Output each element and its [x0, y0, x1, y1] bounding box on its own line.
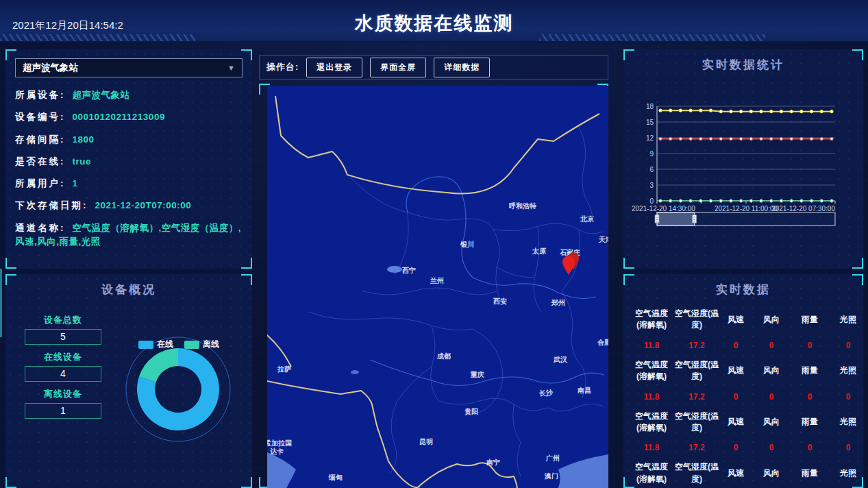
device-field-row: 通道名称:空气温度（溶解氧）,空气湿度（温度）,风速,风向,雨量,光照	[15, 221, 244, 249]
series-point	[679, 137, 682, 140]
series-point	[780, 137, 782, 140]
device-select[interactable]: 超声波气象站 ▼	[15, 58, 243, 77]
series-point	[830, 137, 833, 140]
y-tick-label: 15	[646, 119, 654, 126]
series-point	[730, 110, 732, 112]
series-point	[800, 137, 803, 140]
cell-value: 0	[734, 443, 739, 452]
column-header: 风向	[763, 365, 780, 376]
device-field-row: 设备编号:00010120211213009	[15, 110, 244, 124]
stats-panel-title: 实时数据统计	[623, 49, 863, 73]
cell-value: 11.8	[644, 341, 660, 350]
series-point	[659, 137, 662, 140]
device-field-row: 是否在线:true	[15, 155, 244, 169]
series-point	[719, 137, 722, 140]
map-city-label-武汉: 武汉	[553, 356, 568, 363]
series-point	[679, 109, 682, 112]
cell-value: 0	[808, 443, 813, 452]
column-header: 空气湿度(温度)	[674, 359, 719, 383]
column-header: 光照	[840, 467, 856, 479]
column-header: 风速	[728, 467, 744, 479]
legend-swatch	[184, 341, 199, 349]
y-tick-label: 18	[646, 103, 654, 110]
cell-value: 0	[734, 392, 739, 402]
overview-panel-title: 设备概况	[5, 274, 252, 297]
series-point	[689, 137, 692, 140]
map-city-label-郑州: 郑州	[551, 299, 565, 306]
device-field-value: 00010120211213009	[73, 112, 165, 122]
device-stat-label: 设备总数	[25, 314, 101, 326]
device-field-row: 所属设备:超声波气象站	[15, 88, 244, 102]
series-point	[719, 110, 722, 112]
series-point	[830, 199, 833, 202]
series-point	[699, 199, 702, 202]
series-point	[780, 110, 782, 112]
realtime-data-panel: 实时数据 空气温度(溶解氧)空气湿度(温度)风速风向雨量光照11.817.200…	[623, 274, 863, 488]
column-header: 雨量	[802, 416, 818, 428]
donut-slice-离线[interactable]	[139, 348, 178, 382]
legend-label: 离线	[203, 339, 219, 350]
column-header: 空气温度(溶解氧)	[630, 308, 673, 332]
map-city-label-北京: 北京	[580, 215, 595, 223]
x-tick-label: 2021-12-20 07:30:00	[771, 205, 835, 212]
series-point	[689, 109, 692, 112]
series-point	[730, 199, 732, 202]
map-city-label-贵阳: 贵阳	[464, 408, 478, 415]
datazoom-selection[interactable]	[657, 212, 695, 225]
toolbar-button-详细数据[interactable]: 详细数据	[434, 58, 490, 77]
series-point	[719, 199, 722, 202]
series-point	[770, 137, 773, 140]
cell-value: 0	[808, 341, 813, 350]
series-point	[790, 199, 793, 202]
column-header: 风向	[763, 467, 780, 479]
legend-item-在线[interactable]: 在线	[138, 339, 173, 350]
series-point	[709, 137, 712, 140]
realtime-table-row: 11.817.20000	[630, 392, 856, 402]
map-city-label-澳门: 澳门	[544, 472, 558, 480]
donut-legend: 在线离线	[121, 339, 237, 350]
device-field-label: 存储间隔:	[15, 134, 66, 145]
realtime-table-header: 空气温度(溶解氧)空气湿度(温度)风速风向雨量光照	[630, 359, 856, 383]
page-title: 水质数据在线监测	[0, 11, 868, 36]
legend-item-离线[interactable]: 离线	[184, 339, 219, 350]
device-field-value: 1	[73, 178, 78, 188]
x-tick-label: 2021-12-20 11:00:00	[715, 205, 778, 212]
column-header: 空气湿度(温度)	[674, 308, 719, 332]
device-overview-panel: 设备概况 设备总数5在线设备4离线设备1 在线离线	[5, 274, 252, 488]
series-point	[709, 199, 712, 202]
series-point	[669, 137, 672, 140]
cell-value: 0	[846, 392, 851, 402]
toolbar-label: 操作台:	[266, 61, 299, 73]
cell-value: 0	[846, 341, 851, 350]
toolbar-button-退出登录[interactable]: 退出登录	[306, 58, 362, 77]
column-header: 空气温度(溶解氧)	[630, 359, 673, 383]
china-map[interactable]: 呼和浩特北京天津银川太原石家庄西宁兰州西安郑州合肥成都拉萨武汉重庆长沙南昌贵阳昆…	[267, 86, 608, 488]
cell-value: 0	[769, 392, 774, 402]
device-field-label: 设备编号:	[15, 112, 66, 122]
map-city-label-长沙: 长沙	[538, 389, 554, 397]
device-stat-value: 4	[25, 366, 101, 382]
device-field-value: 1800	[73, 134, 95, 145]
device-stat-value: 1	[25, 403, 101, 419]
map-city-label-昆明: 昆明	[419, 438, 433, 446]
series-point	[669, 199, 672, 202]
series-point	[739, 110, 742, 112]
series-point	[749, 137, 752, 140]
y-tick-label: 9	[649, 150, 654, 158]
map-background	[267, 86, 608, 488]
toolbar-button-界面全屏[interactable]: 界面全屏	[370, 58, 426, 77]
device-field-label: 是否在线:	[15, 156, 66, 167]
device-field-value: 2021-12-20T07:00:00	[95, 200, 192, 210]
x-tick-label: 2021-12-20 14:30:00	[632, 205, 695, 212]
realtime-table-row: 11.817.20000	[630, 341, 856, 350]
header-stripes-left	[0, 34, 195, 41]
realtime-table-header: 空气温度(溶解氧)空气湿度(温度)风速风向雨量光照	[630, 411, 856, 435]
header-stripes-right	[539, 34, 765, 41]
series-point	[749, 199, 752, 202]
device-select-value: 超声波气象站	[23, 62, 78, 74]
device-stat: 在线设备4	[25, 351, 101, 382]
cell-value: 0	[808, 392, 813, 402]
series-point	[770, 199, 773, 202]
series-point	[689, 199, 692, 202]
series-point	[760, 137, 762, 140]
